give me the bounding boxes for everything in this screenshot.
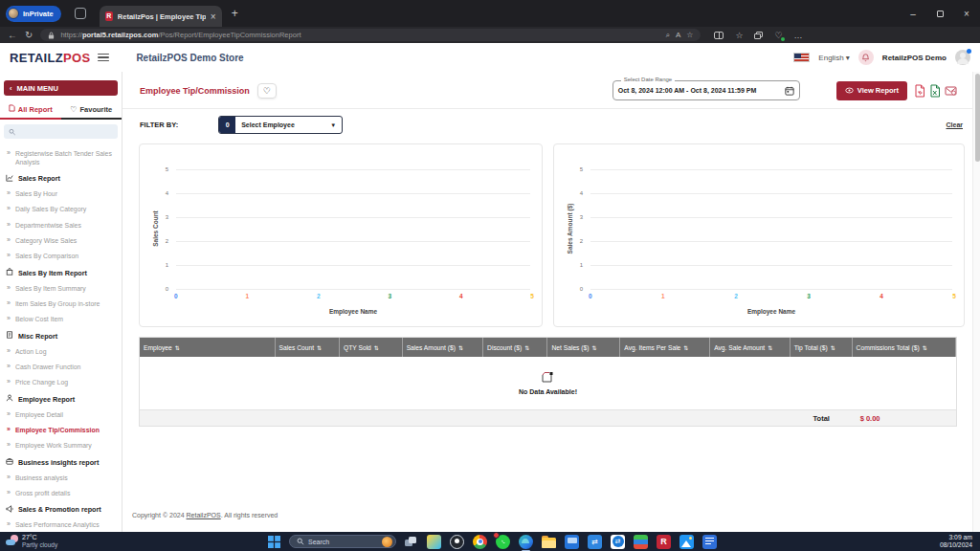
sort-icon[interactable]: ⇅	[175, 344, 180, 351]
task-view-icon[interactable]	[403, 534, 419, 550]
photos-icon[interactable]	[679, 534, 695, 550]
sidebar-item[interactable]: »Departmentwise Sales	[0, 217, 122, 232]
sort-icon[interactable]: ⇅	[524, 344, 529, 351]
browser-tab[interactable]: R RetailzPos | Employee Tip/Comm... ×	[100, 6, 222, 27]
tab-actions-icon[interactable]	[75, 8, 86, 19]
column-header[interactable]: Sales Count⇅	[276, 338, 340, 357]
column-header[interactable]: Avg. Sale Amount⇅	[710, 338, 791, 357]
sidebar-item[interactable]: »Employee Tip/Commission	[0, 422, 122, 437]
new-tab-button[interactable]: +	[232, 7, 238, 20]
date-range-picker[interactable]: Select Date Range Oct 8, 2024 12:00 AM -…	[612, 80, 800, 100]
close-button[interactable]: ×	[953, 0, 980, 27]
sidebar-item[interactable]: »Action Log	[0, 343, 122, 359]
retailzpos-link[interactable]: RetailzPOS	[187, 512, 221, 518]
sidebar-item[interactable]: »Employee Detail	[0, 407, 122, 422]
sidebar-section-header[interactable]: Employee Report	[0, 390, 122, 407]
edge-icon[interactable]	[518, 534, 534, 550]
sort-icon[interactable]: ⇅	[831, 344, 835, 351]
sidebar-item[interactable]: »Price Change Log	[0, 375, 122, 390]
sidebar-item[interactable]: »Cash Drawer Function	[0, 359, 122, 374]
widgets-icon[interactable]	[426, 534, 442, 550]
refresh-icon[interactable]: ↻	[25, 31, 33, 40]
sort-icon[interactable]: ⇅	[374, 344, 379, 351]
obs-icon[interactable]	[449, 534, 465, 550]
taskbar-clock[interactable]: 3:09 am 08/10/2024	[940, 534, 972, 550]
sidebar-tab-favourite[interactable]: ♡Favourite	[61, 100, 122, 118]
sidebar-section-header[interactable]: Business insights report	[0, 453, 122, 470]
sidebar-section-header[interactable]: Sales By Item Report	[0, 264, 122, 280]
sort-icon[interactable]: ⇅	[458, 344, 463, 351]
read-aloud-icon[interactable]: A	[676, 31, 680, 39]
maximize-button[interactable]	[926, 0, 953, 27]
bluestacks-icon[interactable]	[633, 534, 649, 550]
sidebar-item[interactable]: »Business analysis	[0, 470, 122, 485]
sidebar-item[interactable]: »Sales By Hour	[0, 187, 122, 202]
column-header[interactable]: Tip Total ($)⇅	[791, 338, 853, 357]
weather-widget[interactable]: 27°C Partly cloudy	[6, 534, 57, 549]
tab-close-icon[interactable]: ×	[211, 11, 216, 22]
column-header[interactable]: Commissions Total ($)⇅	[853, 338, 956, 357]
sidebar-item[interactable]: »Below Cost Item	[0, 312, 122, 327]
taskbar-search[interactable]: Search	[289, 535, 396, 548]
remote-desktop-icon[interactable]	[564, 534, 580, 550]
user-avatar[interactable]	[955, 50, 970, 65]
clear-filters-link[interactable]: Clear	[946, 121, 963, 128]
column-header[interactable]: Avg. Items Per Sale⇅	[620, 338, 710, 357]
chrome-icon[interactable]	[472, 534, 488, 550]
notepad-icon[interactable]	[702, 534, 718, 550]
whatsapp-icon[interactable]	[495, 534, 511, 550]
notifications-bell-icon[interactable]	[858, 50, 874, 65]
sidebar-tab-all-report[interactable]: All Report	[0, 100, 61, 120]
minimize-button[interactable]: –	[900, 0, 926, 27]
settings-menu-icon[interactable]: …	[794, 31, 803, 40]
column-header[interactable]: Sales Amount ($)⇅	[403, 338, 483, 357]
teamviewer-icon[interactable]: ⇄	[610, 534, 626, 550]
column-header[interactable]: Discount ($)⇅	[483, 338, 547, 357]
column-header[interactable]: QTY Sold⇅	[340, 338, 403, 357]
sidebar-search-input[interactable]	[15, 128, 113, 135]
calendar-icon[interactable]	[785, 86, 794, 96]
hamburger-menu-icon[interactable]	[98, 54, 109, 62]
sidebar-item[interactable]: »Daily Sales By Category	[0, 202, 122, 217]
sidebar-section-header[interactable]: Sales Report	[0, 170, 122, 187]
sidebar-section-header[interactable]: Sales & Promotion report	[0, 501, 122, 518]
sort-icon[interactable]: ⇅	[683, 344, 688, 351]
export-excel-icon[interactable]	[929, 84, 941, 98]
sidebar-item[interactable]: »Category Wise Sales	[0, 233, 122, 249]
address-bar[interactable]: https://portal5.retailzpos.com/Pos/Repor…	[40, 29, 701, 41]
file-explorer-icon[interactable]	[541, 534, 557, 550]
retailzpos-logo[interactable]: RETAILZPOS	[10, 51, 90, 65]
sidebar-item[interactable]: »Sales By Comparison	[0, 249, 122, 264]
sidebar-item[interactable]: »Gross profit details	[0, 485, 122, 500]
employee-select[interactable]: 0 Select Employee ▼	[218, 116, 343, 134]
sidebar-search[interactable]	[4, 124, 118, 139]
browser-essentials-icon[interactable]: ♡	[774, 31, 782, 40]
scrollbar-thumb[interactable]	[975, 74, 980, 162]
back-icon[interactable]: ←	[8, 31, 17, 40]
sidebar-item[interactable]: »Sales Performance Analytics	[0, 518, 122, 533]
sidebar-item[interactable]: »Sales By Item Summary	[0, 280, 122, 296]
favourite-report-button[interactable]: ♡	[257, 83, 277, 99]
sync-arrows-icon[interactable]: ⇄	[587, 534, 603, 550]
split-screen-icon[interactable]	[714, 32, 724, 39]
column-header[interactable]: Net Sales ($)⇅	[547, 338, 620, 357]
sort-icon[interactable]: ⇅	[923, 344, 927, 351]
language-selector[interactable]: English ▾	[818, 54, 850, 62]
page-scrollbar[interactable]	[972, 72, 980, 532]
column-header[interactable]: Employee⇅	[140, 338, 276, 357]
favorite-star-icon[interactable]: ☆	[686, 31, 693, 39]
sort-icon[interactable]: ⇅	[591, 344, 596, 351]
main-menu-back-button[interactable]: ‹ MAIN MENU	[4, 80, 118, 96]
email-report-icon[interactable]	[945, 84, 957, 98]
inprivate-badge[interactable]: InPrivate	[6, 6, 61, 22]
collections-icon[interactable]	[754, 32, 763, 39]
view-report-button[interactable]: View Report	[836, 81, 907, 100]
search-in-page-icon[interactable]: ⌕	[665, 31, 669, 40]
start-button-icon[interactable]	[266, 534, 282, 550]
retailzpos-app-icon[interactable]: R	[656, 534, 672, 550]
sidebar-item[interactable]: »Registerwise Batch Tender Sales Analysi…	[0, 145, 122, 170]
export-pdf-icon[interactable]	[914, 84, 925, 98]
sort-icon[interactable]: ⇅	[768, 344, 772, 351]
sidebar-item[interactable]: »Employee Work Summary	[0, 438, 122, 453]
sidebar-item[interactable]: »Item Sales By Group in-store	[0, 297, 122, 312]
